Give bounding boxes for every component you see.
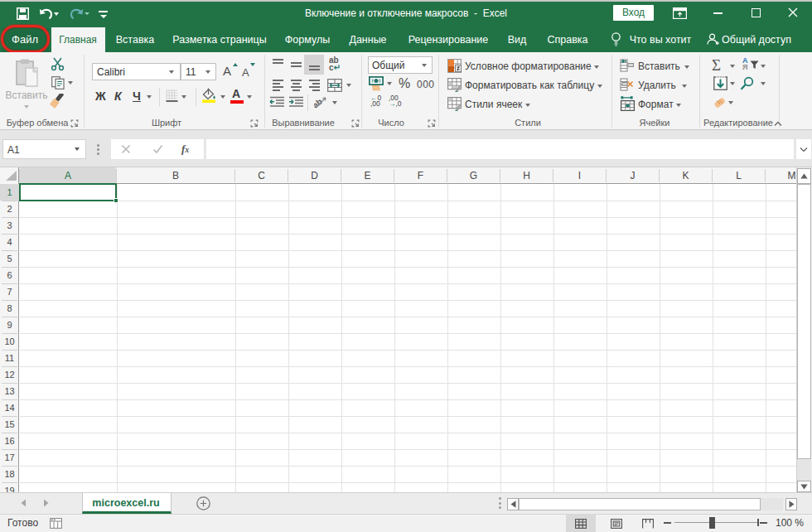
- svg-text:ab: ab: [314, 97, 324, 109]
